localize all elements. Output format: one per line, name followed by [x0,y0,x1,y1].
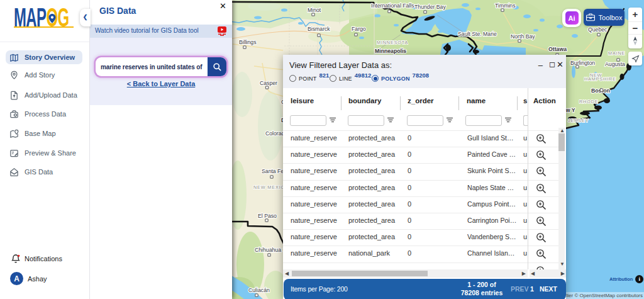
svg-text:Bismarck: Bismarck [308,26,330,32]
svg-text:El Paso: El Paso [258,213,277,219]
svg-text:Timmins: Timmins [495,3,516,9]
svg-text:Ottawa: Ottawa [548,46,567,52]
svg-text:Culiacán: Culiacán [248,287,270,293]
svg-text:North Bay: North Bay [511,33,535,40]
svg-text:Sault Ste. Marie: Sault Ste. Marie [458,31,497,37]
svg-text:Casper: Casper [260,80,277,86]
svg-text:Minot: Minot [308,7,321,13]
svg-text:International Falls: International Falls [371,3,414,9]
svg-text:RHODE: RHODE [579,99,598,104]
svg-text:JERSEY: JERSEY [568,118,589,123]
svg-text:Minneapolis: Minneapolis [375,48,406,54]
svg-text:Thunder Bay: Thunder Bay [414,4,446,10]
svg-text:HAMPSHIRE: HAMPSHIRE [584,76,616,82]
svg-text:MINNESOTA: MINNESOTA [377,40,408,45]
svg-text:MAINE: MAINE [608,50,625,56]
svg-text:Quebec: Quebec [588,26,608,33]
svg-text:Fargo: Fargo [352,26,366,32]
svg-text:Burlington: Burlington [570,60,595,66]
svg-text:Santa Fe: Santa Fe [262,168,284,174]
svg-text:Augusta: Augusta [605,61,625,67]
svg-text:Billings: Billings [239,39,257,45]
